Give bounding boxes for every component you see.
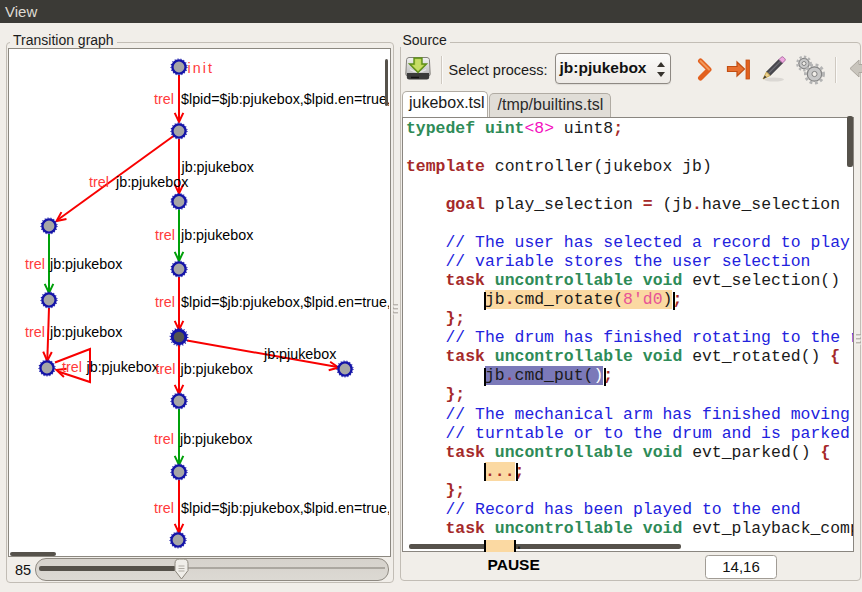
svg-text:trel: trel [154, 91, 174, 107]
svg-text:jb:pjukebox: jb:pjukebox [180, 361, 253, 377]
svg-text:$lpid=$jb:pjukebox,$lpid.en=tr: $lpid=$jb:pjukebox,$lpid.en=true, [181, 500, 389, 516]
svg-text:trel: trel [62, 359, 82, 375]
svg-text:trel: trel [25, 256, 45, 272]
svg-text:$lpid=$jb:pjukebox,$lpid.en=tr: $lpid=$jb:pjukebox,$lpid.en=true, [181, 294, 389, 310]
svg-text:jb:pjukebox: jb:pjukebox [179, 431, 252, 447]
svg-text:trel: trel [154, 500, 174, 516]
svg-text:jb:pjukebox: jb:pjukebox [115, 174, 188, 190]
svg-text:jb:pjukebox: jb:pjukebox [86, 359, 159, 375]
svg-text:jb:pjukebox: jb:pjukebox [181, 159, 254, 175]
svg-text:trel: trel [89, 174, 109, 190]
svg-text:trel: trel [155, 227, 175, 243]
svg-text:jb:pjukebox: jb:pjukebox [49, 256, 122, 272]
svg-text:jb:pjukebox: jb:pjukebox [263, 346, 336, 362]
svg-text:trel: trel [155, 294, 175, 310]
svg-text:init: init [188, 60, 215, 76]
svg-text:trel: trel [156, 361, 176, 377]
svg-text:$lpid=$jb:pjukebox,$lpid.en=tr: $lpid=$jb:pjukebox,$lpid.en=true, [181, 91, 389, 107]
svg-text:jb:pjukebox: jb:pjukebox [180, 227, 253, 243]
svg-text:jb:pjukebox: jb:pjukebox [49, 324, 122, 340]
svg-text:trel: trel [154, 431, 174, 447]
svg-text:trel: trel [25, 324, 45, 340]
